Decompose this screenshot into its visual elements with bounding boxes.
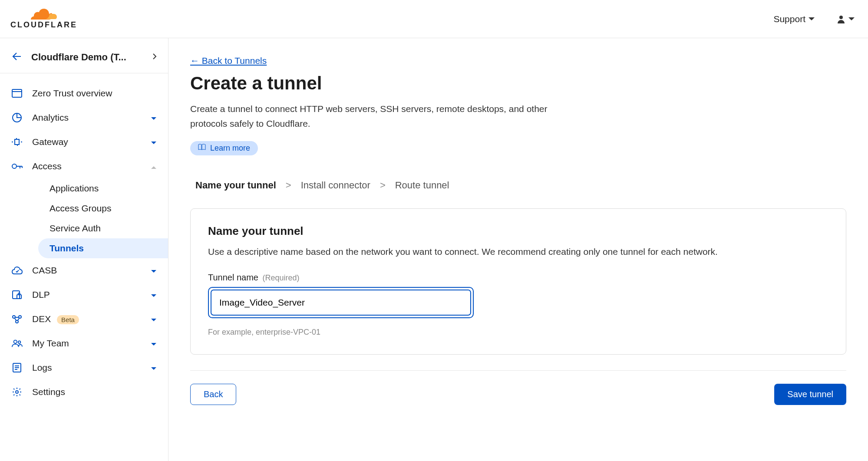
caret-down-icon [151, 265, 157, 276]
caret-down-icon [848, 17, 855, 21]
gateway-icon [11, 136, 23, 148]
sidebar-item-access[interactable]: Access [0, 154, 168, 178]
sidebar-item-dlp[interactable]: DLP [0, 283, 168, 307]
step-route-tunnel[interactable]: Route tunnel [395, 180, 449, 191]
svg-point-7 [19, 316, 21, 318]
tunnel-form-card: Name your tunnel Use a descriptive name … [190, 208, 846, 355]
main-content: ← Back to Tunnels Create a tunnel Create… [168, 38, 868, 461]
back-to-tunnels-link[interactable]: ← Back to Tunnels [190, 56, 267, 66]
nav-label: My Team [32, 338, 141, 349]
save-tunnel-button[interactable]: Save tunnel [774, 384, 846, 405]
user-menu[interactable] [836, 14, 855, 24]
account-switcher[interactable]: Cloudflare Demo (T... [0, 42, 168, 73]
card-description: Use a descriptive name based on the netw… [208, 247, 828, 257]
analytics-icon [11, 112, 23, 123]
chevron-right-icon[interactable] [152, 53, 157, 62]
caret-up-icon [151, 161, 157, 171]
brand-name: CLOUDFLARE [10, 20, 77, 30]
beta-badge: Beta [57, 315, 79, 324]
svg-point-9 [14, 340, 17, 343]
sidebar-item-gateway[interactable]: Gateway [0, 130, 168, 154]
sidebar-item-dex[interactable]: DEX Beta [0, 307, 168, 331]
logo[interactable]: CLOUDFLARE [10, 8, 77, 30]
learn-more-button[interactable]: Learn more [190, 141, 258, 155]
user-icon [836, 14, 846, 24]
caret-down-icon [151, 338, 157, 349]
gear-icon [11, 386, 23, 398]
support-label: Support [773, 14, 805, 24]
caret-down-icon [151, 314, 157, 324]
team-icon [11, 338, 23, 349]
tunnel-name-label: Tunnel name (Required) [208, 273, 828, 283]
caret-down-icon [151, 112, 157, 123]
topbar-right: Support [773, 14, 855, 24]
sidebar-item-logs[interactable]: Logs [0, 356, 168, 380]
logs-icon [11, 362, 23, 373]
account-name: Cloudflare Demo (T... [31, 52, 143, 63]
wizard-steps: Name your tunnel > Install connector > R… [190, 155, 846, 208]
nav-label: Tunnels [50, 243, 84, 254]
overview-icon [11, 88, 23, 99]
sidebar-item-tunnels[interactable]: Tunnels [38, 238, 168, 258]
cloud-icon [30, 8, 58, 21]
caret-down-icon [808, 17, 815, 21]
nav-label: Zero Trust overview [32, 88, 157, 99]
footer-actions: Back Save tunnel [190, 370, 846, 405]
tunnel-name-input[interactable] [211, 290, 471, 316]
nav-label: Service Auth [50, 223, 101, 234]
sidebar-item-analytics[interactable]: Analytics [0, 105, 168, 130]
sidebar-item-settings[interactable]: Settings [0, 380, 168, 404]
sidebar-item-access-groups[interactable]: Access Groups [38, 198, 168, 218]
sidebar-item-casb[interactable]: CASB [0, 258, 168, 283]
nav-label: DEX Beta [32, 314, 141, 324]
svg-point-10 [18, 341, 21, 343]
sidebar-item-service-auth[interactable]: Service Auth [38, 218, 168, 238]
svg-point-12 [16, 391, 18, 393]
sidebar: Cloudflare Demo (T... Zero Trust overvie… [0, 38, 168, 461]
learn-more-label: Learn more [210, 144, 250, 153]
nav-label: CASB [32, 265, 141, 276]
svg-rect-1 [12, 89, 22, 97]
casb-icon [11, 265, 23, 276]
caret-down-icon [151, 290, 157, 300]
card-title: Name your tunnel [208, 224, 828, 238]
step-separator: > [380, 180, 386, 191]
caret-down-icon [151, 137, 157, 147]
nav-label: Applications [50, 183, 99, 194]
svg-point-8 [16, 320, 18, 323]
nav-label: Settings [32, 387, 157, 397]
nav-label: Access Groups [50, 203, 111, 214]
svg-point-6 [13, 316, 15, 318]
caret-down-icon [151, 362, 157, 373]
access-icon [11, 161, 23, 172]
required-indicator: (Required) [263, 273, 300, 282]
book-icon [198, 144, 206, 153]
input-focus-ring [208, 287, 474, 318]
tunnel-name-hint: For example, enterprise-VPC-01 [208, 328, 828, 337]
back-button[interactable]: Back [190, 384, 236, 405]
sidebar-item-my-team[interactable]: My Team [0, 331, 168, 356]
page-title: Create a tunnel [190, 73, 846, 94]
dex-icon [11, 313, 23, 325]
nav-label: Gateway [32, 137, 141, 147]
back-arrow-icon[interactable] [11, 51, 22, 63]
sidebar-item-applications[interactable]: Applications [38, 178, 168, 198]
access-subnav: Applications Access Groups Service Auth … [0, 178, 168, 258]
sidebar-item-overview[interactable]: Zero Trust overview [0, 81, 168, 105]
svg-point-0 [839, 16, 843, 19]
nav-label: Logs [32, 362, 141, 373]
nav-label: DLP [32, 290, 141, 300]
support-menu[interactable]: Support [773, 14, 815, 24]
step-name-tunnel[interactable]: Name your tunnel [195, 180, 276, 191]
svg-point-3 [12, 164, 17, 168]
sidebar-nav: Zero Trust overview Analytics Gateway [0, 73, 168, 412]
nav-label: Analytics [32, 112, 141, 123]
page-description: Create a tunnel to connect HTTP web serv… [190, 102, 559, 131]
nav-label: Access [32, 161, 141, 171]
step-separator: > [286, 180, 291, 191]
topbar: CLOUDFLARE Support [0, 0, 868, 38]
step-install-connector[interactable]: Install connector [301, 180, 370, 191]
dlp-icon [11, 289, 23, 300]
